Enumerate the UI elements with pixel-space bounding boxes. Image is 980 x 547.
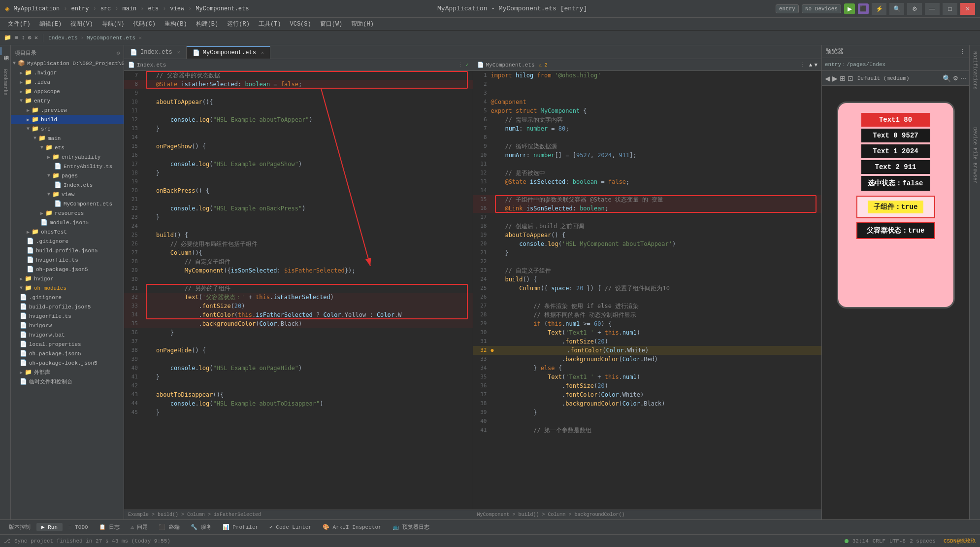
btn-todo[interactable]: ≡ TODO — [64, 523, 93, 531]
tree-item-gitignore-root[interactable]: 📄 .gitignore — [11, 293, 124, 302]
menu-code[interactable]: 代码(C) — [129, 19, 160, 29]
preview-back-btn[interactable]: ◀ — [825, 74, 830, 82]
tree-item-oh-modules[interactable]: ▼ 📁 oh_modules — [11, 283, 124, 293]
no-devices-button[interactable]: No Devices — [802, 4, 841, 13]
right-header-menu[interactable]: ⋮ — [800, 62, 805, 68]
tree-item-view[interactable]: ▼ 📁 view — [11, 190, 124, 199]
attach-button[interactable]: ⚡ — [872, 3, 886, 15]
tree-item-local-props[interactable]: 📄 local.properties — [11, 340, 124, 349]
btn-linter[interactable]: ✔ Code Linter — [264, 523, 317, 531]
breadcrumb-item-mycomponent[interactable]: MyComponent.ets — [87, 35, 135, 41]
debug-button[interactable]: ⬛ — [858, 3, 869, 14]
tree-item-entryability-ts[interactable]: 📄 EntryAbility.ts — [11, 162, 124, 171]
menu-run[interactable]: 运行(R) — [223, 19, 254, 29]
folder-icon: 📁 — [52, 191, 60, 198]
btn-log[interactable]: 📋 日志 — [94, 522, 125, 532]
scroll-down-icon[interactable]: ▼ — [814, 62, 817, 68]
preview-zoom-out-btn[interactable]: 🔍 — [943, 74, 951, 82]
tree-item-gitignore-entry[interactable]: 📄 .gitignore — [11, 237, 124, 246]
right-editor-pane: 📄 MyComponent.ets ⚠ 2 ⋮ ▲ ▼ 1 import hil… — [473, 59, 822, 519]
preview-layout-btn[interactable]: ⊡ — [848, 74, 853, 82]
tree-settings-icon[interactable]: ⚙ — [116, 50, 120, 56]
toolbar-align-icon[interactable]: ≡ — [14, 34, 18, 42]
btn-problem[interactable]: ⚠ 问题 — [126, 522, 153, 532]
tree-item-module-json[interactable]: 📄 module.json5 — [11, 218, 124, 227]
tree-item-oh-package[interactable]: 📄 oh-package.json5 — [11, 265, 124, 274]
toolbar-sort-icon[interactable]: ↕ — [21, 34, 25, 41]
tree-item-src[interactable]: ▼ 📁 src — [11, 124, 124, 134]
run-button[interactable]: ▶ — [844, 3, 855, 14]
tree-item-mycomponent-ets[interactable]: 📄 MyComponent.ets — [11, 199, 124, 208]
tree-item-hvigorfile[interactable]: 📄 hvigorfile.ts — [11, 255, 124, 265]
menu-help[interactable]: 帮助(H) — [347, 19, 378, 29]
device-file-browser-tab[interactable]: Device File Browser — [971, 123, 979, 187]
search-toolbar-button[interactable]: 🔍 — [889, 3, 904, 15]
tab-index-ets[interactable]: 📄 Index.ets ✕ — [124, 46, 187, 59]
preview-menu-icon[interactable]: ⋮ — [959, 48, 965, 55]
btn-service[interactable]: 🔧 服务 — [186, 522, 217, 532]
tab-mycomp-close[interactable]: ✕ — [261, 50, 264, 56]
menu-edit[interactable]: 编辑(E) — [35, 19, 66, 29]
menu-build[interactable]: 构建(B) — [192, 19, 223, 29]
right-code-content[interactable]: 1 import hilog from '@ohos.hilog' 2 3 4 — [473, 71, 822, 510]
menu-view[interactable]: 视图(V) — [66, 19, 97, 29]
toolbar-entry-dropdown[interactable]: entry — [776, 4, 799, 13]
btn-terminal[interactable]: ⬛ 终端 — [154, 522, 185, 532]
tree-item-build-profile-root[interactable]: 📄 build-profile.json5 — [11, 302, 124, 311]
tree-item-hvigorw-bat[interactable]: 📄 hvigorw.bat — [11, 330, 124, 340]
left-code-content[interactable]: 7 // 父容器中的状态数据 8 @State isFatherSelected… — [124, 71, 473, 510]
settings-button[interactable]: ⚙ — [907, 3, 922, 15]
btn-run[interactable]: ▶ Run — [36, 523, 63, 531]
minimize-button[interactable]: — — [925, 3, 940, 15]
menu-file[interactable]: 文件(F) — [4, 19, 34, 29]
toolbar-close-icon[interactable]: ✕ — [34, 34, 38, 41]
maximize-button[interactable]: □ — [943, 3, 957, 15]
preview-more-btn[interactable]: ⋯ — [960, 75, 966, 82]
tree-item-preview[interactable]: ▶ 📁 .preview — [11, 105, 124, 115]
tree-item-oh-package-lock[interactable]: 📄 oh-package-lock.json5 — [11, 358, 124, 368]
code-line-14: 14 — [124, 133, 473, 142]
btn-profiler[interactable]: 📊 Profiler — [218, 523, 263, 531]
tab-mycomponent-ets[interactable]: 📄 MyComponent.ets ✕ — [187, 46, 270, 59]
menu-tools[interactable]: 工具(T) — [255, 19, 285, 29]
btn-version[interactable]: 版本控制 — [4, 522, 35, 532]
tree-item-hvigorw[interactable]: 📄 hvigorw — [11, 321, 124, 330]
preview-forward-btn[interactable]: ▶ — [832, 74, 838, 82]
tree-item-entryability[interactable]: ▶ 📁 entryability — [11, 152, 124, 162]
tree-item-entry[interactable]: ▼ 📁 entry — [11, 96, 124, 105]
toolbar-gear-icon[interactable]: ⚙ — [28, 34, 32, 41]
tree-item-ohostest[interactable]: ▶ 📁 ohosTest — [11, 227, 124, 237]
tree-item-hvigor[interactable]: ▶ 📁 .hvigor — [11, 68, 124, 77]
sidebar-structure-tab[interactable]: 结构 — [0, 47, 10, 55]
btn-preview-log[interactable]: 📺 预览器日志 — [388, 522, 435, 532]
tree-item-hvigor-root[interactable]: ▶ 📁 hvigor — [11, 274, 124, 283]
tree-item-pages[interactable]: ▼ 📁 pages — [11, 171, 124, 180]
scroll-up-icon[interactable]: ▲ — [809, 62, 813, 68]
tree-item-hvigorfile-root[interactable]: 📄 hvigorfile.ts — [11, 311, 124, 321]
notifications-tab[interactable]: Notifications — [971, 47, 979, 94]
tab-index-close[interactable]: ✕ — [177, 49, 180, 55]
menu-refactor[interactable]: 重构(B) — [161, 19, 191, 29]
left-header-menu[interactable]: ⋮ — [458, 62, 463, 68]
tree-item-external[interactable]: ▶ 📁 外部库 — [11, 368, 124, 377]
tree-item-appscope[interactable]: ▶ 📁 AppScope — [11, 87, 124, 96]
menu-window[interactable]: 窗口(W) — [316, 19, 347, 29]
tree-item-oh-package-root[interactable]: 📄 oh-package.json5 — [11, 349, 124, 358]
preview-grid-btn[interactable]: ⊞ — [840, 74, 846, 82]
tree-item-build-profile[interactable]: 📄 build-profile.json5 — [11, 246, 124, 255]
menu-vcs[interactable]: VCS(S) — [286, 20, 315, 29]
tree-item-scratch[interactable]: 📄 临时文件和控制台 — [11, 377, 124, 386]
btn-arkui[interactable]: 🎨 ArkUI Inspector — [318, 523, 387, 531]
tree-item-index-ets[interactable]: 📄 Index.ets — [11, 180, 124, 190]
menu-navigate[interactable]: 导航(N) — [98, 19, 129, 29]
tree-item-myapplication[interactable]: ▼ 📦 MyApplication D:\002_Project\014_Dev… — [11, 59, 124, 68]
breadcrumb-item-index[interactable]: Index.ets — [48, 35, 77, 41]
tree-item-ets[interactable]: ▼ 📁 ets — [11, 143, 124, 152]
tree-item-idea[interactable]: ▶ 📁 .idea — [11, 77, 124, 87]
tree-item-main[interactable]: ▼ 📁 main — [11, 134, 124, 143]
tree-item-build[interactable]: ▶ 📁 build — [11, 115, 124, 124]
preview-settings-btn[interactable]: ⚙ — [953, 75, 958, 82]
tree-item-resources[interactable]: ▶ 📁 resources — [11, 208, 124, 218]
close-button[interactable]: ✕ — [960, 3, 975, 15]
sidebar-bookmark-tab[interactable]: Bookmarks — [1, 65, 9, 100]
